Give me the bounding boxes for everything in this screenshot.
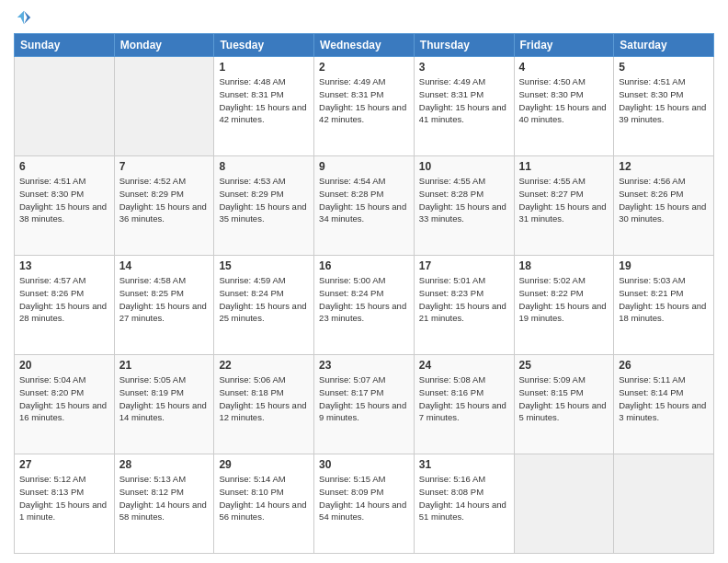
calendar-cell: 13Sunrise: 4:57 AMSunset: 8:26 PMDayligh… [15, 256, 115, 355]
calendar-week-row: 13Sunrise: 4:57 AMSunset: 8:26 PMDayligh… [15, 256, 714, 355]
day-info: Sunrise: 4:59 AMSunset: 8:24 PMDaylight:… [219, 274, 309, 325]
calendar-cell: 10Sunrise: 4:55 AMSunset: 8:28 PMDayligh… [414, 156, 514, 256]
day-number: 4 [519, 61, 609, 74]
calendar-cell: 22Sunrise: 5:06 AMSunset: 8:18 PMDayligh… [214, 355, 314, 454]
day-info: Sunrise: 4:50 AMSunset: 8:30 PMDaylight:… [519, 75, 609, 126]
day-number: 15 [219, 259, 309, 272]
day-number: 30 [319, 458, 409, 471]
calendar-cell: 24Sunrise: 5:08 AMSunset: 8:16 PMDayligh… [414, 355, 514, 454]
day-number: 11 [519, 160, 609, 173]
day-info: Sunrise: 5:16 AMSunset: 8:08 PMDaylight:… [419, 473, 509, 523]
day-number: 25 [519, 359, 609, 372]
calendar-cell: 16Sunrise: 5:00 AMSunset: 8:24 PMDayligh… [314, 256, 415, 355]
day-info: Sunrise: 4:58 AMSunset: 8:25 PMDaylight:… [119, 274, 210, 325]
svg-marker-1 [17, 11, 24, 24]
day-number: 18 [519, 259, 609, 272]
day-number: 14 [119, 259, 210, 272]
day-number: 13 [19, 259, 109, 272]
calendar-cell: 5Sunrise: 4:51 AMSunset: 8:30 PMDaylight… [614, 57, 714, 156]
calendar-cell: 3Sunrise: 4:49 AMSunset: 8:31 PMDaylight… [414, 57, 514, 156]
day-number: 12 [619, 160, 709, 173]
day-number: 9 [319, 160, 409, 173]
calendar-cell: 30Sunrise: 5:15 AMSunset: 8:09 PMDayligh… [314, 454, 415, 554]
day-number: 27 [19, 458, 109, 471]
day-number: 26 [619, 359, 709, 372]
calendar-cell: 31Sunrise: 5:16 AMSunset: 8:08 PMDayligh… [414, 454, 514, 554]
page: SundayMondayTuesdayWednesdayThursdayFrid… [0, 0, 728, 563]
calendar-cell: 11Sunrise: 4:55 AMSunset: 8:27 PMDayligh… [514, 156, 614, 256]
weekday-header-saturday: Saturday [614, 34, 714, 57]
calendar-cell: 27Sunrise: 5:12 AMSunset: 8:13 PMDayligh… [15, 454, 115, 554]
weekday-header-friday: Friday [514, 34, 614, 57]
calendar-cell: 21Sunrise: 5:05 AMSunset: 8:19 PMDayligh… [114, 355, 214, 454]
calendar-cell: 2Sunrise: 4:49 AMSunset: 8:31 PMDaylight… [314, 57, 415, 156]
weekday-header-wednesday: Wednesday [314, 34, 415, 57]
day-info: Sunrise: 5:03 AMSunset: 8:21 PMDaylight:… [619, 274, 709, 325]
day-number: 24 [419, 359, 509, 372]
day-info: Sunrise: 5:09 AMSunset: 8:15 PMDaylight:… [519, 373, 609, 424]
day-number: 5 [619, 61, 709, 74]
calendar-cell: 1Sunrise: 4:48 AMSunset: 8:31 PMDaylight… [214, 57, 314, 156]
calendar-cell: 23Sunrise: 5:07 AMSunset: 8:17 PMDayligh… [314, 355, 415, 454]
day-number: 2 [319, 61, 409, 74]
calendar-cell: 25Sunrise: 5:09 AMSunset: 8:15 PMDayligh… [514, 355, 614, 454]
day-number: 22 [219, 359, 309, 372]
day-info: Sunrise: 5:12 AMSunset: 8:13 PMDaylight:… [19, 473, 109, 523]
calendar-week-row: 27Sunrise: 5:12 AMSunset: 8:13 PMDayligh… [15, 454, 714, 554]
svg-marker-0 [24, 11, 30, 24]
day-number: 16 [319, 259, 409, 272]
calendar-cell: 28Sunrise: 5:13 AMSunset: 8:12 PMDayligh… [114, 454, 214, 554]
day-number: 1 [219, 61, 309, 74]
calendar-cell: 29Sunrise: 5:14 AMSunset: 8:10 PMDayligh… [214, 454, 314, 554]
day-number: 7 [119, 160, 210, 173]
calendar-cell [514, 454, 614, 554]
calendar-cell: 7Sunrise: 4:52 AMSunset: 8:29 PMDaylight… [114, 156, 214, 256]
day-number: 29 [219, 458, 309, 471]
day-number: 10 [419, 160, 509, 173]
day-info: Sunrise: 4:57 AMSunset: 8:26 PMDaylight:… [19, 274, 109, 325]
day-number: 23 [319, 359, 409, 372]
day-number: 28 [119, 458, 210, 471]
day-info: Sunrise: 5:13 AMSunset: 8:12 PMDaylight:… [119, 473, 210, 523]
logo-icon [16, 9, 32, 26]
calendar-cell: 6Sunrise: 4:51 AMSunset: 8:30 PMDaylight… [15, 156, 115, 256]
calendar-cell: 8Sunrise: 4:53 AMSunset: 8:29 PMDaylight… [214, 156, 314, 256]
day-info: Sunrise: 4:49 AMSunset: 8:31 PMDaylight:… [419, 75, 509, 126]
day-number: 19 [619, 259, 709, 272]
day-number: 17 [419, 259, 509, 272]
calendar-week-row: 1Sunrise: 4:48 AMSunset: 8:31 PMDaylight… [15, 57, 714, 156]
calendar-cell [15, 57, 115, 156]
day-info: Sunrise: 4:52 AMSunset: 8:29 PMDaylight:… [119, 175, 210, 225]
weekday-header-monday: Monday [114, 34, 214, 57]
day-info: Sunrise: 4:48 AMSunset: 8:31 PMDaylight:… [219, 75, 309, 126]
day-info: Sunrise: 4:54 AMSunset: 8:28 PMDaylight:… [319, 175, 409, 225]
day-number: 8 [219, 160, 309, 173]
calendar-cell: 4Sunrise: 4:50 AMSunset: 8:30 PMDaylight… [514, 57, 614, 156]
logo [14, 9, 32, 26]
calendar-cell: 20Sunrise: 5:04 AMSunset: 8:20 PMDayligh… [15, 355, 115, 454]
calendar-cell: 26Sunrise: 5:11 AMSunset: 8:14 PMDayligh… [614, 355, 714, 454]
header [14, 9, 714, 26]
calendar-cell: 17Sunrise: 5:01 AMSunset: 8:23 PMDayligh… [414, 256, 514, 355]
calendar-cell: 14Sunrise: 4:58 AMSunset: 8:25 PMDayligh… [114, 256, 214, 355]
day-info: Sunrise: 5:11 AMSunset: 8:14 PMDaylight:… [619, 373, 709, 424]
day-info: Sunrise: 5:01 AMSunset: 8:23 PMDaylight:… [419, 274, 509, 325]
calendar-cell: 12Sunrise: 4:56 AMSunset: 8:26 PMDayligh… [614, 156, 714, 256]
day-info: Sunrise: 5:02 AMSunset: 8:22 PMDaylight:… [519, 274, 609, 325]
day-info: Sunrise: 5:15 AMSunset: 8:09 PMDaylight:… [319, 473, 409, 523]
calendar-header-row: SundayMondayTuesdayWednesdayThursdayFrid… [15, 34, 714, 57]
weekday-header-thursday: Thursday [414, 34, 514, 57]
day-number: 6 [19, 160, 109, 173]
day-info: Sunrise: 4:56 AMSunset: 8:26 PMDaylight:… [619, 175, 709, 225]
calendar-cell [114, 57, 214, 156]
day-info: Sunrise: 4:51 AMSunset: 8:30 PMDaylight:… [19, 175, 109, 225]
calendar-cell [614, 454, 714, 554]
day-info: Sunrise: 4:55 AMSunset: 8:27 PMDaylight:… [519, 175, 609, 225]
day-number: 21 [119, 359, 210, 372]
calendar-cell: 15Sunrise: 4:59 AMSunset: 8:24 PMDayligh… [214, 256, 314, 355]
day-info: Sunrise: 5:08 AMSunset: 8:16 PMDaylight:… [419, 373, 509, 424]
day-number: 31 [419, 458, 509, 471]
day-info: Sunrise: 5:05 AMSunset: 8:19 PMDaylight:… [119, 373, 210, 424]
day-info: Sunrise: 4:51 AMSunset: 8:30 PMDaylight:… [619, 75, 709, 126]
day-info: Sunrise: 4:55 AMSunset: 8:28 PMDaylight:… [419, 175, 509, 225]
